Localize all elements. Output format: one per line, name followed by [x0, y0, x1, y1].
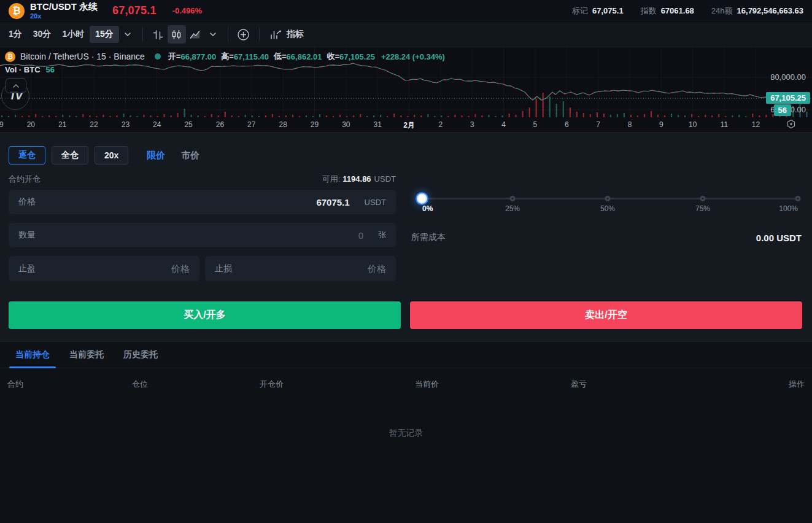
symbol-selector[interactable]: ₿ BTC/USDT 永续 20x	[9, 2, 98, 20]
cost-value: 0.00 USDT	[756, 233, 802, 243]
order-mode-row: 逐仓 全仓 20x 限价 市价	[9, 146, 199, 165]
available-balance: 可用:1194.86USDT	[322, 174, 396, 185]
positions-tabs: 当前持仓 当前委托 历史委托	[0, 342, 812, 368]
trading-app: ₿ BTC/USDT 永续 20x 67,075.1 -0.496% 标记67,…	[0, 0, 812, 523]
time-axis-label: 5	[533, 120, 538, 129]
col-position: 仓位	[132, 379, 148, 390]
empty-state-text: 暂无记录	[0, 428, 812, 439]
price-input[interactable]	[36, 197, 350, 207]
interval-1m[interactable]: 1分	[3, 26, 28, 43]
time-axis-label: 8	[628, 120, 632, 129]
stop-loss-label: 止损	[215, 263, 232, 274]
add-circle-icon[interactable]	[234, 25, 253, 44]
positions-section: 当前持仓 当前委托 历史委托 合约 仓位 开仓价 当前价 盈亏 操作 暂无记录	[0, 341, 812, 523]
time-axis-label: 29	[311, 120, 319, 129]
stop-loss-input-box[interactable]: 止损	[205, 256, 396, 281]
slider-labels: 0% 25% 50% 75% 100%	[417, 204, 798, 214]
slider-tick-100[interactable]	[795, 196, 801, 201]
time-axis-label: 3	[470, 120, 474, 129]
stop-loss-input[interactable]	[232, 263, 386, 274]
btc-icon: ₿	[5, 52, 15, 62]
last-price: 67,075.1	[112, 4, 157, 17]
col-contract: 合约	[7, 379, 23, 390]
time-axis-label: 31	[374, 120, 382, 129]
time-axis-label: 30	[342, 120, 350, 129]
amount-input[interactable]	[36, 230, 363, 241]
tab-open-orders[interactable]: 当前委托	[69, 342, 104, 368]
time-axis[interactable]: 192021222324252627282930312月234567891011…	[0, 117, 812, 132]
tab-market-order[interactable]: 市价	[181, 150, 199, 161]
last-volume-badge: 56	[774, 104, 791, 116]
time-axis-label: 2月	[403, 120, 415, 131]
toolbar-divider	[142, 28, 143, 41]
amount-input-box[interactable]: 数量 张	[9, 223, 396, 247]
amount-input-label: 数量	[18, 230, 36, 241]
interval-1h[interactable]: 1小时	[56, 26, 90, 43]
time-axis-label: 7	[596, 120, 600, 129]
time-axis-label: 24	[153, 120, 161, 129]
axis-settings-gear-icon[interactable]	[786, 119, 796, 131]
slider-tick-75[interactable]	[700, 196, 706, 201]
ticker-stats: 标记67,075.1 指数67061.68 24h额16,792,546,663…	[572, 6, 803, 17]
symbol-block: BTC/USDT 永续 20x	[30, 2, 98, 20]
ohlc-values: 开=66,877.00 高=67,115.40 低=66,862.01 收=67…	[168, 51, 380, 62]
symbol-leverage: 20x	[30, 12, 98, 20]
top-bar: ₿ BTC/USDT 永续 20x 67,075.1 -0.496% 标记67,…	[0, 0, 812, 22]
amount-slider[interactable]	[417, 193, 798, 204]
symbol-name: BTC/USDT 永续	[30, 2, 98, 11]
price-axis-label-80000: 80,000.00	[770, 72, 806, 82]
time-axis-label: 11	[721, 120, 728, 129]
time-axis-label: 23	[122, 120, 130, 129]
volume-legend: Vol · BTC56	[5, 65, 55, 74]
collapse-panel-button[interactable]	[6, 78, 26, 93]
indicators-button[interactable]: 指标	[266, 26, 307, 42]
index-price-stat: 指数67061.68	[641, 6, 694, 17]
time-axis-label: 12	[752, 120, 760, 129]
time-axis-label: 9	[659, 120, 663, 129]
bar-chart-icon[interactable]	[149, 25, 168, 44]
chart-title: Bitcoin / TetherUS · 15 · Binance	[20, 52, 145, 61]
sell-short-button[interactable]: 卖出/开空	[410, 301, 802, 329]
price-input-box[interactable]: 价格 USDT	[9, 190, 396, 214]
time-axis-label: 6	[565, 120, 569, 129]
margin-mode-isolated-button[interactable]: 逐仓	[9, 146, 45, 165]
amount-input-unit: 张	[378, 230, 386, 241]
area-chart-icon[interactable]	[186, 25, 204, 44]
time-axis-label: 20	[27, 120, 35, 129]
toolbar-divider	[228, 28, 228, 41]
slider-tick-25[interactable]	[510, 196, 516, 201]
time-axis-label: 4	[501, 120, 506, 129]
time-axis-label: 28	[279, 120, 287, 129]
interval-30m[interactable]: 30分	[28, 26, 57, 43]
buy-long-button[interactable]: 买入/开多	[9, 301, 401, 329]
time-axis-label: 22	[90, 120, 98, 129]
mark-price-stat: 标记67,075.1	[572, 6, 624, 17]
slider-thumb[interactable]	[417, 193, 427, 204]
volume-label: Vol · BTC	[5, 65, 41, 74]
take-profit-label: 止盈	[18, 263, 36, 274]
price-input-unit: USDT	[365, 198, 386, 207]
positions-table-header: 合约 仓位 开仓价 当前价 盈亏 操作	[0, 378, 812, 392]
interval-chevron-down-icon[interactable]	[119, 31, 136, 38]
tab-current-positions[interactable]: 当前持仓	[15, 342, 50, 368]
candle-chart-icon[interactable]	[168, 25, 186, 44]
tab-order-history[interactable]: 历史委托	[123, 342, 158, 368]
time-axis-label: 26	[216, 120, 224, 129]
col-current-price: 当前价	[415, 379, 439, 390]
slider-tick-50[interactable]	[605, 196, 611, 201]
margin-mode-cross-button[interactable]: 全仓	[52, 146, 88, 165]
price-change-pct: -0.496%	[172, 6, 202, 15]
toolbar-divider	[259, 28, 260, 41]
interval-15m-active[interactable]: 15分	[90, 26, 119, 43]
tab-limit-order[interactable]: 限价	[147, 150, 165, 161]
cost-row: 所需成本 0.00 USDT	[411, 232, 802, 243]
price-chart[interactable]: ₿ Bitcoin / TetherUS · 15 · Binance 开=66…	[0, 47, 812, 132]
take-profit-input[interactable]	[36, 263, 190, 274]
col-entry-price: 开仓价	[260, 379, 284, 390]
take-profit-input-box[interactable]: 止盈	[9, 256, 199, 281]
chart-legend: ₿ Bitcoin / TetherUS · 15 · Binance 开=66…	[5, 51, 445, 62]
time-axis-label: 10	[689, 120, 697, 129]
leverage-button[interactable]: 20x	[95, 146, 128, 165]
chart-toolbar: 1分 30分 1小时 15分 指标	[0, 22, 812, 47]
style-chevron-down-icon[interactable]	[204, 31, 222, 38]
